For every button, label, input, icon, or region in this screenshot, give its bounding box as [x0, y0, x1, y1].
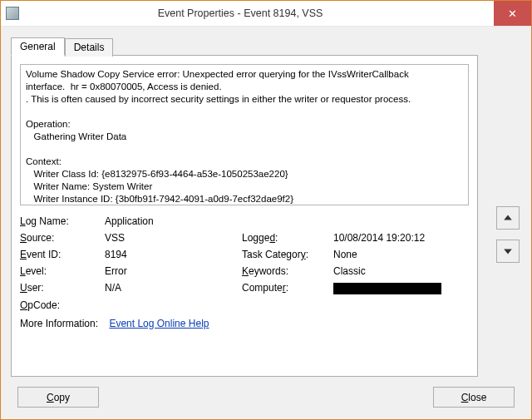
label-computer: Computer:	[242, 282, 333, 294]
label-more-information: More Information:	[20, 318, 98, 329]
value-source: VSS	[105, 232, 242, 244]
value-opcode	[105, 299, 466, 311]
value-level: Error	[105, 265, 242, 277]
previous-event-button[interactable]	[496, 206, 520, 230]
footer-buttons: Copy Close	[17, 387, 515, 408]
value-event-id: 8194	[105, 249, 242, 260]
label-source: Source:	[20, 232, 105, 244]
tabpage-general: Volume Shadow Copy Service error: Unexpe…	[11, 55, 478, 377]
close-window-button[interactable]: ✕	[494, 1, 531, 26]
redacted-computer-name	[333, 283, 441, 294]
tabstrip: General Details	[11, 37, 521, 55]
label-opcode: OpCode:	[20, 299, 105, 311]
event-properties-window: Event Properties - Event 8194, VSS ✕ Gen…	[0, 0, 532, 420]
value-user: N/A	[105, 282, 242, 294]
value-keywords: Classic	[333, 265, 466, 277]
window-title: Event Properties - Event 8194, VSS	[24, 1, 494, 26]
tab-general-label: General	[20, 41, 56, 52]
tab-details-label: Details	[74, 42, 105, 53]
label-log-name: Log Name:	[20, 215, 105, 227]
property-grid: Log Name: Application Source: VSS Logged…	[20, 215, 469, 311]
arrow-up-icon	[503, 213, 513, 223]
label-task-category: Task Category:	[242, 249, 333, 260]
value-log-name: Application	[105, 215, 466, 227]
close-button[interactable]: Close	[433, 387, 515, 408]
titlebar[interactable]: Event Properties - Event 8194, VSS ✕	[1, 1, 531, 27]
label-user: User:	[20, 282, 105, 294]
event-description[interactable]: Volume Shadow Copy Service error: Unexpe…	[20, 64, 469, 205]
tab-details[interactable]: Details	[65, 38, 114, 57]
close-icon: ✕	[508, 7, 517, 20]
next-event-button[interactable]	[496, 240, 520, 263]
value-task-category: None	[333, 249, 466, 260]
value-computer	[333, 282, 466, 294]
value-logged: 10/08/2014 19:20:12	[333, 232, 466, 244]
copy-button[interactable]: Copy	[17, 387, 99, 408]
link-event-log-online-help[interactable]: Event Log Online Help	[109, 318, 209, 329]
label-event-id: Event ID:	[20, 249, 105, 260]
arrow-down-icon	[503, 246, 513, 256]
row-more-information: More Information: Event Log Online Help	[20, 318, 469, 329]
label-level: Level:	[20, 265, 105, 277]
tab-general[interactable]: General	[11, 37, 65, 56]
client-area: General Details Volume Shadow Copy Servi…	[1, 27, 531, 419]
window-icon	[6, 7, 19, 20]
label-keywords: Keywords:	[242, 265, 333, 277]
label-logged: Logged:	[242, 232, 333, 244]
